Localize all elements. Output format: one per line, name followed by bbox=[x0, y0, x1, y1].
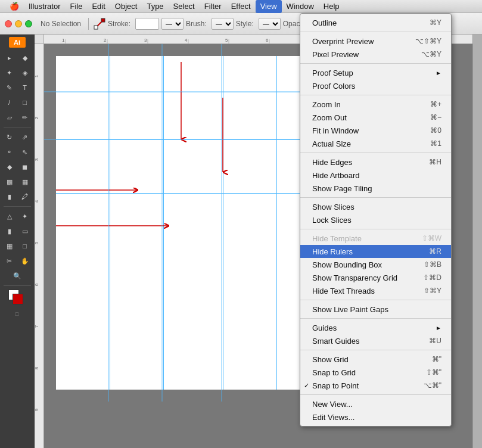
edit-menu[interactable]: Edit bbox=[87, 0, 110, 13]
stroke-color[interactable] bbox=[13, 294, 23, 304]
svg-rect-1 bbox=[94, 26, 98, 29]
menu-item-lock-slices[interactable]: Lock Slices bbox=[300, 213, 451, 226]
guide-vertical-3 bbox=[223, 56, 223, 390]
guide-vertical-2 bbox=[163, 56, 164, 390]
menu-item-overprint-preview[interactable]: Overprint Preview ⌥⇧⌘Y bbox=[300, 35, 451, 48]
filter-menu[interactable]: Filter bbox=[200, 0, 226, 13]
scissors-tool[interactable]: ✂ bbox=[2, 254, 17, 268]
brush-select[interactable]: — bbox=[212, 18, 234, 30]
svg-text:1: 1 bbox=[35, 74, 39, 77]
artboard-tool[interactable]: ▭ bbox=[18, 224, 32, 238]
window-menu[interactable]: Window bbox=[282, 0, 319, 13]
menu-item-edit-views[interactable]: Edit Views... bbox=[300, 410, 451, 424]
menu-item-show-grid[interactable]: Show Grid ⌘" bbox=[300, 353, 451, 366]
menu-sep-9 bbox=[300, 350, 451, 350]
symbol-sprayer-tool[interactable]: ✦ bbox=[18, 209, 32, 223]
guide-horizontal-3 bbox=[56, 193, 306, 194]
menu-item-guides[interactable]: Guides ► bbox=[300, 321, 451, 334]
tool-divider-3 bbox=[4, 285, 31, 286]
svg-text:6: 6 bbox=[35, 283, 39, 286]
slice-tool[interactable]: ▦ bbox=[2, 239, 17, 253]
svg-text:2: 2 bbox=[104, 38, 107, 43]
checkmark-snap-to-point: ✓ bbox=[304, 382, 309, 390]
selection-tool[interactable]: ▸ bbox=[2, 51, 17, 65]
right-panel bbox=[472, 35, 482, 448]
menu-item-proof-colors[interactable]: Proof Colors bbox=[300, 79, 451, 92]
menu-item-smart-guides[interactable]: Smart Guides ⌘U bbox=[300, 334, 451, 347]
menu-item-pixel-preview[interactable]: Pixel Preview ⌥⌘Y bbox=[300, 48, 451, 61]
menu-item-zoom-out[interactable]: Zoom Out ⌘− bbox=[300, 111, 451, 124]
eraser-tool[interactable]: □ bbox=[18, 239, 32, 253]
svg-text:2: 2 bbox=[35, 116, 39, 119]
stroke-icon bbox=[94, 18, 105, 30]
direct-selection-tool[interactable]: ◆ bbox=[18, 51, 32, 65]
free-transform-tool[interactable]: ⇖ bbox=[18, 145, 32, 159]
object-menu[interactable]: Object bbox=[110, 0, 142, 13]
menu-item-hide-rulers[interactable]: Hide Rulers ⌘R bbox=[300, 245, 451, 258]
effect-menu[interactable]: Effect bbox=[226, 0, 256, 13]
pencil-tool[interactable]: ✏ bbox=[18, 110, 32, 125]
rotate-tool[interactable]: ↻ bbox=[2, 130, 17, 144]
menu-item-show-live-paint-gaps[interactable]: Show Live Paint Gaps bbox=[300, 303, 451, 316]
close-button[interactable] bbox=[5, 20, 12, 27]
menu-item-show-bounding-box[interactable]: Show Bounding Box ⇧⌘B bbox=[300, 258, 451, 271]
eyedropper-tool[interactable]: 🖍 bbox=[18, 189, 32, 204]
line-tool[interactable]: / bbox=[2, 95, 17, 110]
menu-item-show-transparency-grid[interactable]: Show Transparency Grid ⇧⌘D bbox=[300, 271, 451, 284]
menu-item-snap-to-point[interactable]: ✓ Snap to Point ⌥⌘" bbox=[300, 379, 451, 392]
mesh-tool[interactable]: ▦ bbox=[18, 175, 32, 189]
select-menu[interactable]: Select bbox=[169, 0, 200, 13]
menu-item-hide-artboard[interactable]: Hide Artboard bbox=[300, 169, 451, 182]
menu-item-show-page-tiling[interactable]: Show Page Tiling bbox=[300, 182, 451, 195]
zoom-tool[interactable]: 🔍 bbox=[10, 269, 24, 283]
hand-tool[interactable]: ✋ bbox=[18, 254, 32, 268]
apple-menu[interactable]: 🍎 bbox=[5, 0, 24, 13]
menu-item-actual-size[interactable]: Actual Size ⌘1 bbox=[300, 137, 451, 150]
blend-tool[interactable]: △ bbox=[2, 209, 17, 223]
menu-bar: 🍎 Illustrator File Edit Object Type Sele… bbox=[0, 0, 482, 13]
menu-item-outline[interactable]: Outline ⌘Y bbox=[300, 16, 451, 29]
menu-item-zoom-in[interactable]: Zoom In ⌘+ bbox=[300, 98, 451, 111]
guide-horizontal-2 bbox=[56, 139, 306, 140]
gradient-tool[interactable]: ▮ bbox=[2, 189, 17, 204]
lasso-tool[interactable]: ◈ bbox=[18, 66, 32, 80]
maximize-button[interactable] bbox=[25, 20, 32, 27]
warp-tool[interactable]: ⚬ bbox=[2, 145, 17, 159]
live-paint-tool[interactable]: ◼ bbox=[18, 160, 32, 174]
submenu-arrow-guides: ► bbox=[436, 325, 441, 331]
perspective-tool[interactable]: ▩ bbox=[2, 175, 17, 189]
illustrator-menu[interactable]: Illustrator bbox=[24, 0, 65, 13]
menu-item-snap-to-grid[interactable]: Snap to Grid ⇧⌘" bbox=[300, 366, 451, 379]
shape-builder-tool[interactable]: ◆ bbox=[2, 160, 17, 174]
artboard bbox=[56, 56, 306, 390]
rect-tool[interactable]: □ bbox=[18, 95, 32, 110]
file-menu[interactable]: File bbox=[65, 0, 87, 13]
guide-vertical-1 bbox=[110, 56, 110, 390]
minimize-button[interactable] bbox=[15, 20, 22, 27]
no-selection-label: No Selection bbox=[41, 20, 81, 28]
type-tool[interactable]: T bbox=[18, 80, 32, 95]
pen-tool[interactable]: ✎ bbox=[2, 80, 17, 95]
menu-item-proof-setup[interactable]: Proof Setup ► bbox=[300, 66, 451, 79]
view-menu[interactable]: View bbox=[256, 0, 282, 13]
svg-text:5: 5 bbox=[35, 241, 39, 244]
scale-tool[interactable]: ⇗ bbox=[18, 130, 32, 144]
brush-tool[interactable]: ▱ bbox=[2, 110, 17, 125]
menu-item-show-slices[interactable]: Show Slices bbox=[300, 200, 451, 213]
menu-item-new-view[interactable]: New View... bbox=[300, 397, 451, 410]
menu-item-fit-in-window[interactable]: Fit in Window ⌘0 bbox=[300, 124, 451, 137]
menu-item-hide-text-threads[interactable]: Hide Text Threads ⇧⌘Y bbox=[300, 284, 451, 297]
type-menu[interactable]: Type bbox=[142, 0, 168, 13]
help-menu[interactable]: Help bbox=[319, 0, 344, 13]
column-graph-tool[interactable]: ▮ bbox=[2, 224, 17, 238]
menu-item-hide-edges[interactable]: Hide Edges ⌘H bbox=[300, 155, 451, 169]
stroke-input[interactable] bbox=[135, 18, 159, 30]
view-dropdown-menu: Outline ⌘Y Overprint Preview ⌥⇧⌘Y Pixel … bbox=[300, 13, 452, 427]
menu-sep-8 bbox=[300, 318, 451, 319]
style-select[interactable]: — bbox=[259, 18, 281, 30]
magic-wand-tool[interactable]: ✦ bbox=[2, 66, 17, 80]
screen-mode[interactable]: □ bbox=[10, 307, 24, 321]
stroke-select[interactable]: — bbox=[161, 18, 184, 30]
svg-text:8: 8 bbox=[35, 366, 39, 369]
menu-item-hide-template[interactable]: Hide Template ⇧⌘W bbox=[300, 232, 451, 245]
